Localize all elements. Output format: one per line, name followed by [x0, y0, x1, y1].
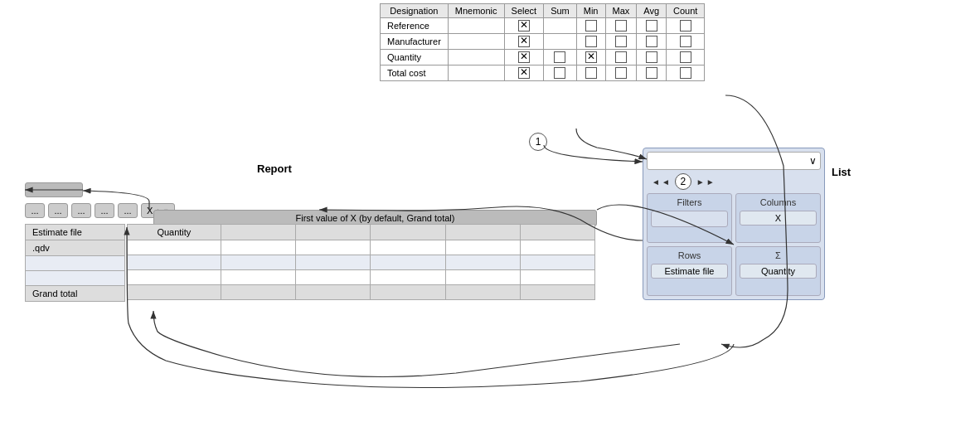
data-cell — [445, 285, 520, 300]
cell-designation: Reference — [381, 18, 449, 34]
cell-min[interactable] — [576, 65, 605, 81]
col-designation: Designation — [381, 4, 449, 18]
cell-min[interactable] — [576, 18, 605, 34]
checkbox-empty-icon[interactable] — [646, 51, 657, 63]
cell-avg[interactable] — [637, 18, 667, 34]
checkbox-empty-icon[interactable] — [585, 20, 597, 32]
cell-select[interactable] — [504, 34, 544, 50]
arrow-right-2-icon[interactable]: ► — [706, 177, 715, 187]
cell-avg[interactable] — [637, 65, 667, 81]
cell-avg[interactable] — [637, 50, 667, 65]
list-panel-header: ∨ — [647, 152, 821, 170]
arrow-left-2-icon[interactable]: ◄ — [662, 177, 670, 187]
checkbox-empty-icon[interactable] — [554, 51, 565, 63]
cell-count[interactable] — [667, 18, 705, 34]
checkbox-empty-icon[interactable] — [615, 20, 627, 32]
grand-total-cell: Grand total — [26, 286, 125, 302]
table-row — [26, 256, 125, 271]
data-cell — [520, 285, 594, 300]
top-gray-button[interactable] — [25, 182, 83, 197]
dots-btn-5[interactable]: ... — [118, 203, 138, 218]
rows-estimate-item[interactable]: Estimate file — [651, 264, 728, 279]
cell-min[interactable] — [576, 50, 605, 65]
table-row — [26, 271, 125, 286]
data-cell — [371, 285, 445, 300]
arrow-right-icon[interactable]: ► — [696, 177, 705, 187]
circle-label-1: 1 — [529, 133, 547, 151]
checkbox-empty-icon[interactable] — [615, 67, 627, 79]
col-quantity: Quantity — [128, 225, 221, 240]
data-cell — [520, 240, 594, 255]
checkbox-x-icon[interactable] — [518, 67, 530, 79]
cell-max[interactable] — [605, 34, 637, 50]
col-empty-3 — [371, 225, 445, 240]
cell-select[interactable] — [504, 18, 544, 34]
checkbox-empty-icon[interactable] — [646, 36, 657, 47]
data-cell — [520, 255, 594, 270]
data-cell — [296, 240, 371, 255]
data-cell — [128, 240, 221, 255]
table-row — [128, 255, 595, 270]
data-cell — [221, 240, 295, 255]
cell-max[interactable] — [605, 50, 637, 65]
cell-designation: Manufacturer — [381, 34, 449, 50]
columns-x-item[interactable]: X — [740, 211, 817, 226]
cell-mnemonic — [448, 34, 504, 50]
dots-btn-2[interactable]: ... — [48, 203, 68, 218]
cell-max[interactable] — [605, 18, 637, 34]
cell-select[interactable] — [504, 50, 544, 65]
checkbox-empty-icon[interactable] — [615, 51, 627, 63]
dots-btn-4[interactable]: ... — [95, 203, 114, 218]
checkbox-empty-icon[interactable] — [680, 20, 691, 32]
cell-mnemonic — [448, 50, 504, 65]
checkbox-empty-icon[interactable] — [554, 67, 565, 79]
report-label: Report — [257, 162, 292, 175]
checkbox-x-icon[interactable] — [518, 20, 530, 32]
checkbox-empty-icon[interactable] — [585, 67, 597, 79]
arrow-left-icon[interactable]: ◄ — [652, 177, 660, 187]
cell-sum[interactable] — [544, 65, 577, 81]
col-select: Select — [504, 4, 544, 18]
checkbox-x-icon[interactable] — [518, 36, 530, 47]
sigma-quantity-item[interactable]: Quantity — [740, 264, 817, 279]
filters-title: Filters — [651, 197, 728, 207]
checkbox-empty-icon[interactable] — [615, 36, 627, 47]
table-row: Reference — [381, 18, 705, 34]
checkbox-empty-icon[interactable] — [680, 51, 691, 63]
cell-avg[interactable] — [637, 34, 667, 50]
cell-max[interactable] — [605, 65, 637, 81]
cell-min[interactable] — [576, 34, 605, 50]
table-row: Estimate file — [26, 225, 125, 240]
checkbox-empty-icon[interactable] — [646, 20, 657, 32]
data-cell — [296, 255, 371, 270]
data-cell — [221, 285, 295, 300]
col-empty-4 — [445, 225, 520, 240]
col-max: Max — [605, 4, 637, 18]
cell-sum[interactable] — [544, 50, 577, 65]
dots-btn-3[interactable]: ... — [71, 203, 91, 218]
table-row: Quantity — [381, 50, 705, 65]
report-left-column: Estimate file .qdv Grand total — [25, 224, 125, 302]
sigma-title: Σ — [740, 250, 817, 260]
cell-count[interactable] — [667, 34, 705, 50]
col-sum: Sum — [544, 4, 577, 18]
checkbox-empty-icon[interactable] — [680, 36, 691, 47]
columns-section: Columns X — [735, 193, 821, 243]
data-cell — [296, 270, 371, 285]
cell-select[interactable] — [504, 65, 544, 81]
list-panel-arrows: ◄ ◄ 2 ► ► — [652, 173, 816, 190]
cell-count[interactable] — [667, 50, 705, 65]
checkbox-empty-icon[interactable] — [680, 67, 691, 79]
qdv-cell: .qdv — [26, 240, 125, 256]
data-cell — [445, 270, 520, 285]
list-label: List — [832, 166, 851, 178]
checkbox-empty-icon[interactable] — [585, 36, 597, 47]
checkbox-x-icon[interactable] — [518, 51, 530, 63]
list-panel-dropdown[interactable]: ∨ — [647, 152, 821, 170]
checkbox-empty-icon[interactable] — [646, 67, 657, 79]
cell-count[interactable] — [667, 65, 705, 81]
checkbox-x-icon[interactable] — [585, 51, 597, 63]
dots-btn-1[interactable]: ... — [25, 203, 45, 218]
grand-total-data-cell — [128, 285, 221, 300]
designation-table: Designation Mnemonic Select Sum Min Max … — [380, 3, 705, 81]
